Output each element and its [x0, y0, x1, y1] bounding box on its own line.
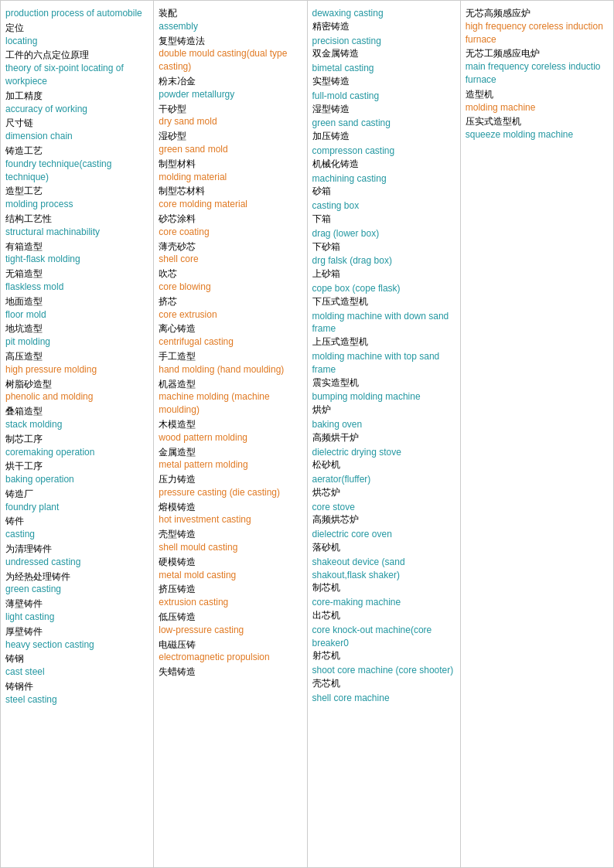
list-item: 尺寸链dimension chain [5, 117, 148, 143]
list-item: 壳型铸造shell mould casting [159, 528, 302, 554]
list-item: 制型材料molding material [159, 158, 302, 184]
list-item: 为清理铸件undressed casting [5, 543, 148, 569]
list-item: 定位locating [5, 22, 148, 48]
list-item: 离心铸造centrifugal casting [159, 322, 302, 349]
column-4: 无芯高频感应炉high frequency coreless induction… [461, 1, 613, 867]
list-item: 薄壁铸件light casting [5, 597, 148, 624]
list-item: 吹芯core blowing [159, 267, 302, 294]
list-item: 金属造型metal pattern molding [159, 446, 302, 472]
list-item: 地面造型floor mold [5, 295, 148, 322]
list-item: 压实式造型机squeeze molding machine [466, 115, 609, 141]
list-item: core stove高频烘芯炉 [312, 501, 455, 527]
list-item: dielectric drying stove松砂机 [312, 446, 455, 472]
list-item: green sand casting加压铸造 [312, 117, 455, 143]
list-item: dewaxing casting精密铸造 [312, 7, 455, 33]
list-item: aerator(fluffer)烘芯炉 [312, 473, 455, 499]
column-3: dewaxing casting精密铸造precision casting双金属… [308, 1, 461, 867]
list-item: 厚壁铸件heavy section casting [5, 625, 148, 652]
list-item: 铸钢件steel casting [5, 680, 148, 706]
list-item: shakeout device (sand shakout,flask shak… [312, 556, 455, 594]
list-item: machining casting砂箱 [312, 172, 455, 199]
column-1: production process of automobile定位locati… [1, 1, 154, 867]
list-item: core knock-out machine(core breaker0射芯机 [312, 624, 455, 662]
list-item: 为经热处理铸件green casting [5, 570, 148, 597]
list-item: 失蜡铸造 [159, 665, 302, 679]
list-item: 造型机molding machine [466, 88, 609, 114]
list-item: 挤压铸造extrusion casting [159, 583, 302, 609]
list-item: production process of automobile [5, 7, 148, 20]
list-item: casting box下箱 [312, 199, 455, 226]
list-item: 造型工艺molding process [5, 185, 148, 211]
list-item: 木模造型wood pattern molding [159, 418, 302, 444]
list-item: 制型芯材料core molding material [159, 185, 302, 211]
list-item: 机器造型machine molding (machine moulding) [159, 378, 302, 417]
list-item: 挤芯core extrusion [159, 295, 302, 322]
list-item: drag (lower box)下砂箱 [312, 227, 455, 254]
list-item: 熔模铸造hot investment casting [159, 501, 302, 527]
list-item: 无箱造型flaskless mold [5, 267, 148, 294]
list-item: precision casting双金属铸造 [312, 35, 455, 61]
list-item: dielectric core oven落砂机 [312, 528, 455, 554]
list-item: 低压铸造low-pressure casting [159, 611, 302, 637]
list-item: core-making machine出芯机 [312, 596, 455, 622]
list-item: shoot core machine (core shooter)壳芯机 [312, 664, 455, 690]
list-item: shell core machine [312, 692, 455, 705]
list-item: bimetal casting实型铸造 [312, 62, 455, 88]
list-item: 砂芯涂料core coating [159, 213, 302, 239]
list-item: full-mold casting湿型铸造 [312, 90, 455, 116]
list-item: drg falsk (drag box)上砂箱 [312, 254, 455, 281]
list-item: compresson casting机械化铸造 [312, 145, 455, 171]
list-item: 结构工艺性structural machinability [5, 213, 148, 239]
list-item: 手工造型hand molding (hand moulding) [159, 350, 302, 376]
column-2: 装配assembly复型铸造法double mould casting(dual… [154, 1, 307, 867]
list-item: 有箱造型tight-flask molding [5, 240, 148, 267]
list-item: 叠箱造型stack molding [5, 405, 148, 431]
list-item: 薄壳砂芯shell core [159, 240, 302, 267]
list-item: 装配assembly [159, 7, 302, 33]
list-item: molding machine with top sand frame震实造型机 [312, 350, 455, 389]
list-item: 高压造型high pressure molding [5, 350, 148, 376]
list-item: 铸钢cast steel [5, 652, 148, 679]
list-item: 地坑造型pit molding [5, 322, 148, 349]
list-item: 硬模铸造metal mold casting [159, 556, 302, 582]
list-item: 烘干工序baking operation [5, 460, 148, 486]
list-item: 湿砂型green sand mold [159, 130, 302, 156]
list-item: 铸件casting [5, 515, 148, 541]
list-item: 制芯工序coremaking operation [5, 433, 148, 459]
list-item: 复型铸造法double mould casting(dual type cast… [159, 35, 302, 73]
list-item: molding machine with down sand frame上压式造… [312, 310, 455, 349]
list-item: 工件的六点定位原理theory of six-point locating of… [5, 49, 148, 87]
list-item: 压力铸造pressure casting (die casting) [159, 473, 302, 499]
list-item: bumping molding machine烘炉 [312, 390, 455, 417]
list-item: baking oven高频烘干炉 [312, 418, 455, 444]
list-item: 无芯高频感应炉high frequency coreless induction… [466, 7, 609, 46]
list-item: 铸造工艺foundry technique(casting technique) [5, 145, 148, 183]
list-item: 干砂型dry sand mold [159, 103, 302, 129]
list-item: 电磁压铸electromagnetic propulsion [159, 638, 302, 665]
list-item: 粉末冶金powder metallurgy [159, 75, 302, 101]
list-item: 树脂砂造型phenolic and molding [5, 378, 148, 404]
list-item: 加工精度accuracy of working [5, 90, 148, 116]
list-item: cope box (cope flask)下压式造型机 [312, 282, 455, 308]
list-item: 铸造厂foundry plant [5, 488, 148, 514]
main-page: production process of automobile定位locati… [0, 0, 614, 868]
list-item: 无芯工频感应电炉main frequency coreless inductio… [466, 47, 609, 86]
